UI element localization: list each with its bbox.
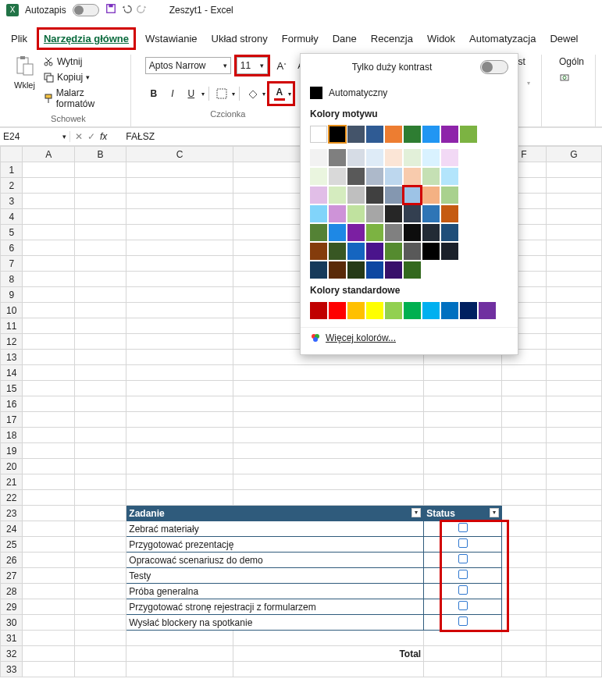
- cell[interactable]: [23, 334, 74, 350]
- cell[interactable]: [424, 396, 502, 412]
- color-swatch[interactable]: [404, 126, 421, 143]
- cell[interactable]: [546, 178, 601, 194]
- color-swatch[interactable]: [385, 187, 402, 204]
- checkbox-icon[interactable]: [458, 570, 468, 579]
- cell[interactable]: [74, 599, 126, 615]
- status-checkbox-cell[interactable]: [424, 537, 502, 553]
- cell[interactable]: [546, 272, 601, 287]
- cell[interactable]: [23, 178, 74, 194]
- cell[interactable]: [546, 662, 601, 677]
- cell[interactable]: [546, 318, 601, 334]
- cell[interactable]: [23, 662, 74, 677]
- copy-button[interactable]: Kopiuj▾: [40, 70, 123, 84]
- table-header-status[interactable]: Status▾: [424, 506, 502, 521]
- checkbox-icon[interactable]: [458, 554, 468, 563]
- cell[interactable]: [23, 443, 74, 459]
- color-swatch[interactable]: [347, 243, 365, 260]
- color-swatch[interactable]: [385, 149, 402, 166]
- cell[interactable]: [546, 553, 601, 568]
- cell[interactable]: [546, 287, 601, 303]
- cell[interactable]: [23, 350, 74, 365]
- status-checkbox-cell[interactable]: [424, 521, 502, 537]
- color-swatch[interactable]: [347, 149, 365, 166]
- cell[interactable]: [126, 225, 233, 240]
- row-header[interactable]: 12: [1, 334, 23, 350]
- italic-icon[interactable]: I: [164, 85, 181, 102]
- color-swatch[interactable]: [422, 187, 440, 204]
- cell[interactable]: [126, 381, 233, 396]
- cell[interactable]: [126, 178, 233, 194]
- color-swatch[interactable]: [422, 168, 440, 185]
- cell[interactable]: [23, 584, 74, 599]
- color-swatch[interactable]: [385, 126, 402, 143]
- row-header[interactable]: 5: [1, 225, 23, 240]
- cell[interactable]: [501, 599, 546, 615]
- row-header[interactable]: 3: [1, 194, 23, 209]
- cell[interactable]: [501, 506, 546, 521]
- tab-dane[interactable]: Dane: [328, 30, 362, 48]
- cell[interactable]: [126, 209, 233, 225]
- row-header[interactable]: 27: [1, 568, 23, 584]
- cell[interactable]: [74, 537, 126, 553]
- cell[interactable]: [424, 646, 502, 662]
- color-swatch[interactable]: [366, 168, 383, 185]
- color-swatch[interactable]: [329, 168, 346, 185]
- cancel-icon[interactable]: ✕: [75, 131, 83, 142]
- cell[interactable]: [23, 506, 74, 521]
- checkbox-icon[interactable]: [458, 616, 468, 626]
- autosave-toggle[interactable]: [73, 4, 99, 16]
- cell[interactable]: [126, 256, 233, 272]
- cell[interactable]: [501, 646, 546, 662]
- row-header[interactable]: 1: [1, 162, 23, 178]
- row-header[interactable]: 29: [1, 599, 23, 615]
- row-header[interactable]: 23: [1, 506, 23, 521]
- cell[interactable]: [74, 162, 126, 178]
- cell[interactable]: [74, 506, 126, 521]
- cell[interactable]: [501, 412, 546, 428]
- checkbox-icon[interactable]: [458, 585, 468, 595]
- cell[interactable]: [546, 599, 601, 615]
- cell[interactable]: [23, 537, 74, 553]
- cell[interactable]: [126, 240, 233, 256]
- task-cell[interactable]: Zebrać materiały: [126, 521, 424, 537]
- cell[interactable]: [74, 272, 126, 287]
- cell[interactable]: [23, 240, 74, 256]
- increase-font-icon[interactable]: A˄: [273, 57, 290, 74]
- cell[interactable]: [74, 381, 126, 396]
- tab-narzędzia-główne[interactable]: Narzędzia główne: [37, 27, 136, 50]
- cell[interactable]: [126, 194, 233, 209]
- color-swatch[interactable]: [404, 149, 421, 166]
- color-swatch[interactable]: [441, 187, 458, 204]
- enter-icon[interactable]: ✓: [87, 131, 95, 142]
- cell[interactable]: [74, 459, 126, 474]
- cell[interactable]: [23, 615, 74, 631]
- tab-widok[interactable]: Widok: [422, 30, 460, 48]
- cell[interactable]: [74, 584, 126, 599]
- tab-plik[interactable]: Plik: [6, 30, 32, 48]
- cell[interactable]: [546, 303, 601, 318]
- cell[interactable]: [233, 662, 423, 677]
- cell[interactable]: [74, 474, 126, 490]
- underline-icon[interactable]: U: [183, 85, 200, 102]
- task-cell[interactable]: Przygotować prezentację: [126, 537, 424, 553]
- color-swatch[interactable]: [385, 205, 402, 222]
- cell[interactable]: [126, 474, 233, 490]
- row-header[interactable]: 2: [1, 178, 23, 194]
- cell[interactable]: [23, 287, 74, 303]
- task-cell[interactable]: Próba generalna: [126, 584, 424, 599]
- cell[interactable]: [501, 365, 546, 381]
- currency-icon[interactable]: [556, 70, 573, 84]
- col-header-G[interactable]: G: [546, 147, 601, 162]
- color-swatch[interactable]: [329, 187, 346, 204]
- color-swatch[interactable]: [329, 126, 346, 143]
- color-swatch[interactable]: [479, 302, 496, 319]
- contrast-toggle[interactable]: [480, 60, 508, 74]
- color-swatch[interactable]: [404, 168, 421, 185]
- color-swatch[interactable]: [329, 302, 346, 319]
- format-painter-button[interactable]: Malarz formatów: [40, 86, 123, 111]
- cell[interactable]: [546, 412, 601, 428]
- color-swatch[interactable]: [441, 149, 458, 166]
- cell[interactable]: [424, 662, 502, 677]
- checkbox-icon[interactable]: [458, 601, 468, 610]
- col-header-A[interactable]: A: [23, 147, 74, 162]
